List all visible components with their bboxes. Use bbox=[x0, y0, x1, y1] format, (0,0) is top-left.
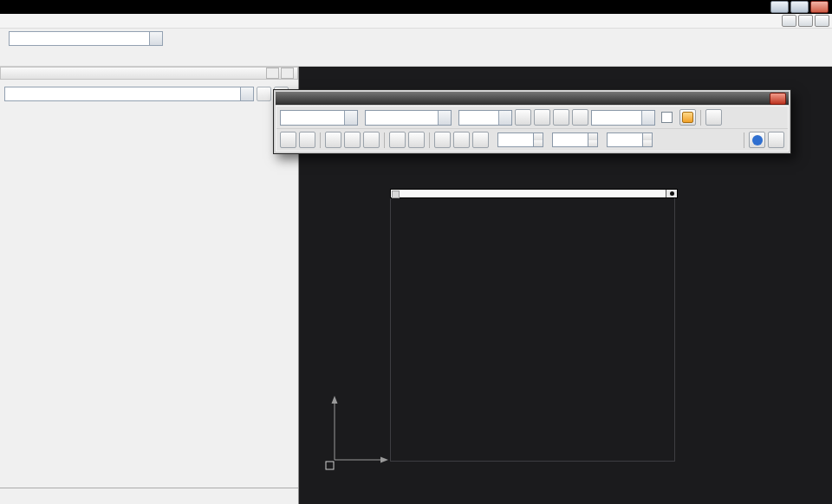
panel-close-button[interactable] bbox=[281, 68, 294, 79]
mask-color-icon bbox=[682, 112, 693, 123]
selection-row bbox=[4, 87, 295, 101]
text-ruler[interactable] bbox=[390, 189, 678, 198]
panel-tab-bar bbox=[0, 488, 299, 501]
columns-button[interactable] bbox=[453, 132, 470, 148]
draftsight-window bbox=[0, 0, 832, 504]
ruler-checkbox[interactable] bbox=[661, 112, 673, 123]
doc-close-button[interactable] bbox=[815, 15, 829, 27]
text-height-combo[interactable] bbox=[458, 110, 512, 126]
section-view bbox=[0, 136, 298, 140]
spin-down-icon[interactable] bbox=[643, 140, 652, 147]
lowercase-button[interactable] bbox=[408, 132, 425, 148]
maximize-button[interactable] bbox=[790, 1, 809, 13]
spin-down-icon[interactable] bbox=[534, 140, 543, 147]
cut-button[interactable] bbox=[325, 132, 341, 148]
help-button[interactable] bbox=[749, 132, 765, 148]
menu-bar bbox=[0, 14, 832, 29]
bold-button[interactable] bbox=[515, 109, 531, 126]
separator bbox=[320, 132, 321, 148]
paste-button[interactable] bbox=[363, 132, 380, 148]
help-icon bbox=[752, 135, 763, 145]
copy-button[interactable] bbox=[344, 132, 361, 148]
ucs-icon bbox=[321, 389, 433, 475]
close-button[interactable] bbox=[810, 1, 829, 13]
undo-button[interactable] bbox=[280, 132, 296, 148]
background-mask-button[interactable] bbox=[679, 109, 696, 126]
ok-button[interactable] bbox=[768, 132, 784, 148]
separator bbox=[384, 132, 385, 148]
doc-restore-button[interactable] bbox=[798, 15, 813, 27]
section-title bbox=[0, 149, 298, 153]
toolbar-modify bbox=[0, 48, 832, 67]
text-color-combo[interactable] bbox=[591, 110, 655, 126]
selection-combo[interactable] bbox=[4, 87, 254, 101]
chevron-down-icon[interactable] bbox=[240, 87, 253, 100]
uppercase-button[interactable] bbox=[389, 132, 406, 148]
sheet-tab-bar bbox=[302, 491, 314, 503]
indent-marker[interactable] bbox=[392, 191, 400, 198]
auto-hide-button[interactable] bbox=[266, 68, 279, 79]
dialog-body bbox=[276, 106, 789, 152]
oblique-angle-spinner[interactable] bbox=[497, 132, 543, 147]
chevron-down-icon[interactable] bbox=[344, 111, 357, 125]
note-text-outline[interactable] bbox=[392, 198, 504, 243]
width-factor-spinner[interactable] bbox=[607, 132, 653, 147]
insert-symbol-button[interactable] bbox=[472, 132, 489, 148]
italic-button[interactable] bbox=[534, 109, 550, 126]
bullets-list-button[interactable] bbox=[434, 132, 451, 148]
select-entities-button[interactable] bbox=[257, 87, 271, 101]
font-combo[interactable] bbox=[365, 110, 452, 126]
separator bbox=[700, 110, 701, 126]
chevron-down-icon[interactable] bbox=[438, 111, 451, 125]
section-title bbox=[0, 110, 298, 114]
chevron-down-icon[interactable] bbox=[641, 111, 654, 125]
tools-row bbox=[276, 128, 788, 151]
text-width-grip[interactable] bbox=[666, 190, 677, 197]
spin-up-icon[interactable] bbox=[588, 133, 597, 140]
sheet-nav-left-icon[interactable] bbox=[302, 492, 314, 503]
tracking-spinner[interactable] bbox=[552, 132, 598, 147]
dialog-close-button[interactable] bbox=[770, 93, 786, 105]
section-general bbox=[0, 110, 298, 114]
section-title bbox=[0, 136, 298, 140]
origin-marker bbox=[326, 462, 334, 469]
spin-up-icon[interactable] bbox=[643, 133, 652, 140]
text-style-combo[interactable] bbox=[280, 110, 358, 126]
section-misc bbox=[0, 149, 298, 153]
note-formatting-dialog bbox=[273, 89, 791, 154]
title-bar[interactable] bbox=[0, 0, 832, 14]
spin-up-icon[interactable] bbox=[534, 133, 543, 140]
chevron-down-icon[interactable] bbox=[498, 111, 511, 125]
toolbar-top bbox=[0, 29, 832, 48]
underline-button[interactable] bbox=[553, 109, 569, 126]
separator bbox=[744, 132, 744, 148]
collapse-toolbar-button[interactable] bbox=[705, 109, 722, 126]
layer-combo[interactable] bbox=[9, 31, 163, 46]
section-title bbox=[0, 123, 298, 127]
minimize-button[interactable] bbox=[770, 1, 789, 13]
doc-minimize-button[interactable] bbox=[782, 15, 796, 27]
spin-down-icon[interactable] bbox=[588, 140, 597, 147]
separator bbox=[429, 132, 430, 148]
dialog-title-bar[interactable] bbox=[276, 92, 789, 105]
grip-dot-icon bbox=[670, 191, 674, 196]
properties-panel-header[interactable] bbox=[0, 67, 298, 80]
chevron-down-icon[interactable] bbox=[149, 32, 162, 45]
properties-panel bbox=[0, 67, 299, 504]
format-row bbox=[276, 107, 788, 128]
overline-button[interactable] bbox=[572, 109, 588, 126]
redo-button[interactable] bbox=[299, 132, 315, 148]
section-printstyle bbox=[0, 123, 298, 127]
